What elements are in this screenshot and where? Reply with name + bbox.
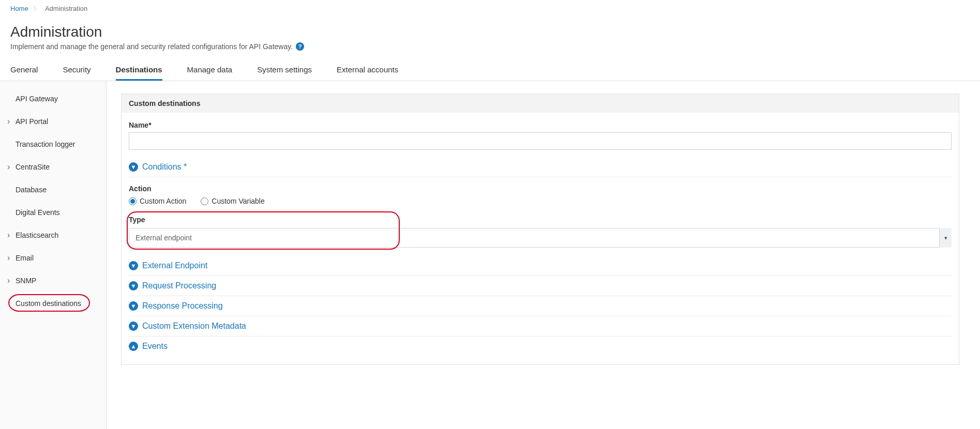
name-input[interactable]	[129, 132, 952, 150]
chevron-up-icon[interactable]: ▲	[129, 342, 138, 351]
content-area: Custom destinations Name* ▼ Conditions *…	[107, 81, 980, 429]
chevron-down-icon[interactable]: ▾	[939, 228, 952, 248]
help-icon[interactable]: ?	[296, 42, 304, 51]
events-section-link[interactable]: Events	[142, 342, 168, 351]
sidebar: API Gateway API Portal Transaction logge…	[0, 81, 107, 429]
radio-custom-action[interactable]: Custom Action	[129, 197, 186, 205]
name-label: Name*	[129, 121, 952, 129]
sidebar-item-api-portal[interactable]: API Portal	[0, 110, 106, 133]
breadcrumb-current: Administration	[45, 5, 87, 12]
sidebar-item-custom-destinations[interactable]: Custom destinations	[0, 292, 106, 315]
type-select[interactable]: External endpoint	[129, 228, 952, 248]
action-label: Action	[129, 185, 952, 193]
page-subtitle: Implement and manage the general and sec…	[10, 42, 970, 51]
sidebar-item-database[interactable]: Database	[0, 178, 106, 201]
breadcrumb-home-link[interactable]: Home	[10, 5, 28, 12]
tab-manage-data[interactable]: Manage data	[187, 62, 233, 81]
tab-bar: General Security Destinations Manage dat…	[0, 62, 980, 81]
external-endpoint-section-link[interactable]: External Endpoint	[142, 261, 207, 270]
chevron-down-icon[interactable]: ▼	[129, 321, 138, 331]
radio-custom-action-input[interactable]	[129, 197, 137, 205]
page-title: Administration	[10, 24, 970, 40]
sidebar-item-elasticsearch[interactable]: Elasticsearch	[0, 224, 106, 247]
sidebar-item-email[interactable]: Email	[0, 247, 106, 269]
type-select-value: External endpoint	[135, 234, 192, 242]
chevron-down-icon[interactable]: ▼	[129, 301, 138, 311]
breadcrumb: Home 〉 Administration	[0, 0, 980, 18]
radio-custom-variable[interactable]: Custom Variable	[201, 197, 264, 205]
sidebar-item-snmp[interactable]: SNMP	[0, 269, 106, 292]
type-label: Type	[129, 216, 952, 224]
response-processing-section-link[interactable]: Response Processing	[142, 301, 223, 311]
custom-extension-metadata-section-link[interactable]: Custom Extension Metadata	[142, 321, 246, 331]
radio-custom-variable-label: Custom Variable	[212, 197, 264, 205]
sidebar-item-api-gateway[interactable]: API Gateway	[0, 87, 106, 110]
radio-custom-action-label: Custom Action	[140, 197, 186, 205]
tab-destinations[interactable]: Destinations	[116, 62, 162, 81]
custom-destinations-panel: Custom destinations Name* ▼ Conditions *…	[121, 94, 959, 365]
sidebar-item-transaction-logger[interactable]: Transaction logger	[0, 133, 106, 156]
tab-system-settings[interactable]: System settings	[257, 62, 312, 81]
sidebar-item-digital-events[interactable]: Digital Events	[0, 201, 106, 224]
chevron-down-icon[interactable]: ▼	[129, 281, 138, 290]
page-subtitle-text: Implement and manage the general and sec…	[10, 42, 293, 51]
radio-custom-variable-input[interactable]	[201, 197, 208, 205]
tab-general[interactable]: General	[10, 62, 38, 81]
chevron-down-icon[interactable]: ▼	[129, 261, 138, 270]
request-processing-section-link[interactable]: Request Processing	[142, 281, 216, 290]
breadcrumb-separator-icon: 〉	[33, 5, 40, 12]
panel-title: Custom destinations	[122, 94, 959, 113]
sidebar-item-centrasite[interactable]: CentraSite	[0, 156, 106, 178]
sidebar-item-label: Custom destinations	[16, 299, 81, 308]
tab-external-accounts[interactable]: External accounts	[337, 62, 398, 81]
tab-security[interactable]: Security	[63, 62, 91, 81]
conditions-section-link[interactable]: Conditions *	[142, 162, 187, 172]
page-header: Administration Implement and manage the …	[0, 18, 980, 53]
chevron-down-icon[interactable]: ▼	[129, 162, 138, 172]
